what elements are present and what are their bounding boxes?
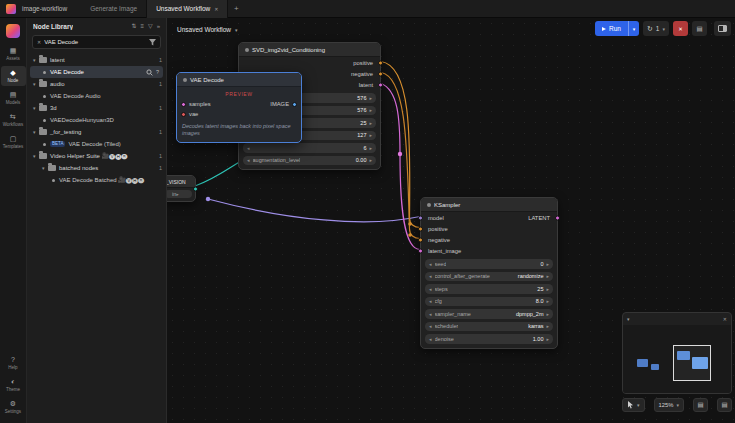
widget-sampler-name[interactable]: sampler_name dpmpp_2m <box>425 309 553 319</box>
sort-icon[interactable]: ⇅ <box>131 23 136 30</box>
port-model-input[interactable]: model LATENT <box>421 212 557 223</box>
sidebar-item-models[interactable]: ▤ Models <box>1 88 26 108</box>
tab-generate-image[interactable]: Generate Image <box>81 0 147 18</box>
search-input[interactable] <box>44 39 146 45</box>
node-header[interactable]: _VISION <box>167 176 195 188</box>
sidebar-item-help[interactable]: ? Help <box>1 353 26 373</box>
node-header[interactable]: SVD_img2vid_Conditioning <box>239 43 380 57</box>
assets-icon: ▦ <box>10 47 17 55</box>
count-badge: 1 <box>155 129 162 136</box>
node-header[interactable]: KSampler <box>421 198 557 212</box>
run-button[interactable]: Run <box>595 21 628 36</box>
tree-folder-batched-nodes[interactable]: batched nodes 1 <box>27 162 166 174</box>
collapse-panel-icon[interactable]: » <box>157 23 160 30</box>
tree-node-vaedecodehunyuan3d[interactable]: VAEDecodeHunyuan3D <box>27 114 166 126</box>
widget-denoise[interactable]: denoise 1.00 <box>425 334 553 344</box>
sidebar-item-node[interactable]: ◆ Node <box>1 66 26 86</box>
minimap-body[interactable] <box>623 325 731 393</box>
node-clip-vision-partial[interactable]: _VISION in <box>167 175 196 202</box>
node-bullet-icon <box>43 119 46 122</box>
widget-control-after-generate[interactable]: control_after_generate randomize <box>425 272 553 282</box>
filter-icon[interactable]: ▽ <box>148 23 153 30</box>
brand-logo-icon[interactable] <box>6 24 20 38</box>
count-badge: 1 <box>155 153 162 160</box>
tree-node-vae-decode-audio[interactable]: VAE Decode Audio <box>27 90 166 102</box>
port-dot[interactable] <box>555 215 560 220</box>
tab-unsaved-workflow[interactable]: Unsaved Workflow <box>147 0 228 18</box>
sidebar-item-workflows[interactable]: ⇆ Workflows <box>1 110 26 130</box>
port-positive-input[interactable]: positive <box>421 223 557 234</box>
tree-folder-3d[interactable]: 3d 1 <box>27 102 166 114</box>
widget-scheduler[interactable]: scheduler karras <box>425 322 553 332</box>
folder-icon <box>39 57 47 63</box>
reroute-dot-latent[interactable] <box>398 152 402 156</box>
port-latent-image-input[interactable]: latent_image <box>421 245 557 256</box>
tab-label: Generate Image <box>90 5 137 12</box>
widget-fps[interactable]: 6 <box>243 143 376 153</box>
wire-model <box>208 199 420 222</box>
chevron-down-icon <box>633 26 636 32</box>
count-badge: 1 <box>155 105 162 112</box>
port-dot[interactable] <box>418 215 423 220</box>
reroute-dot-positive[interactable] <box>408 222 412 226</box>
widget-augmentation-level[interactable]: augmentation_level 0.00 <box>243 156 376 166</box>
help-icon[interactable] <box>156 69 159 76</box>
new-tab-button[interactable]: + <box>228 0 244 18</box>
widget-steps[interactable]: steps 25 <box>425 284 553 294</box>
tree-node-vae-decode-tiled[interactable]: BETA VAE Decode (Tiled) <box>27 138 166 150</box>
sidebar-item-assets[interactable]: ▦ Assets <box>1 44 26 64</box>
zoom-level-button[interactable]: 125% <box>654 398 684 412</box>
wire-negative <box>381 73 420 239</box>
tree-folder-latent[interactable]: latent 1 <box>27 54 166 66</box>
port-dot[interactable] <box>378 71 383 76</box>
node-ksampler[interactable]: KSampler model LATENT positive negative … <box>420 197 558 349</box>
count-badge: 1 <box>155 81 162 88</box>
locate-icon[interactable] <box>146 69 153 76</box>
minimap[interactable] <box>622 312 732 394</box>
port-dot[interactable] <box>418 237 423 242</box>
history-icon <box>647 25 653 33</box>
popup-port-image: IMAGE <box>266 99 301 109</box>
widget-cfg[interactable]: cfg 8.0 <box>425 297 553 307</box>
port-positive-output[interactable]: positive <box>239 57 380 68</box>
sidebar-item-theme[interactable]: ◐ Theme <box>1 375 26 395</box>
search-filter-icon[interactable] <box>149 39 156 46</box>
run-options-button[interactable] <box>628 21 639 36</box>
port-negative-input[interactable]: negative <box>421 234 557 245</box>
widget-seed[interactable]: seed 0 <box>425 259 553 269</box>
port-dot[interactable] <box>418 248 423 253</box>
tree-folder-video-helper-suite[interactable]: Video Helper Suite 🎥🅥🅗🅢 1 <box>27 150 166 162</box>
stop-button[interactable] <box>673 21 688 36</box>
reroute-dot-model[interactable] <box>206 197 210 201</box>
docs-button[interactable] <box>717 398 732 412</box>
tree-node-vae-decode[interactable]: VAE Decode <box>30 66 163 78</box>
port-dot[interactable] <box>418 226 423 231</box>
tree-node-vae-decode-batched[interactable]: VAE Decode Batched 🎥🅥🅗🅢 <box>27 174 166 186</box>
tree-folder-audio[interactable]: audio 1 <box>27 78 166 90</box>
app-name: image-workflow <box>22 5 67 12</box>
collapse-dot-icon[interactable] <box>427 203 431 207</box>
graph-canvas[interactable]: Unsaved Workflow Run 1 <box>167 18 735 423</box>
select-tool-button[interactable] <box>622 398 645 412</box>
close-tab-icon[interactable] <box>214 6 218 12</box>
port-dot[interactable] <box>378 82 383 87</box>
reroute-dot-negative[interactable] <box>408 233 412 237</box>
collapse-dot-icon[interactable] <box>245 48 249 52</box>
port-dot[interactable] <box>193 186 195 188</box>
minimap-collapse-icon[interactable] <box>627 316 630 322</box>
sidebar-item-settings[interactable]: ⚙ Settings <box>1 397 26 417</box>
queue-list-button[interactable] <box>692 21 707 36</box>
queue-button[interactable]: 1 <box>643 21 669 36</box>
list-view-icon[interactable]: ≡ <box>141 23 145 30</box>
port-dot[interactable] <box>378 60 383 65</box>
theme-icon: ◐ <box>11 378 15 386</box>
fit-view-button[interactable] <box>693 398 708 412</box>
workflow-title-dropdown[interactable]: Unsaved Workflow <box>177 26 238 33</box>
gear-icon: ⚙ <box>10 400 16 408</box>
toggle-side-panel-button[interactable] <box>714 21 731 36</box>
widget-in[interactable]: in <box>167 190 192 198</box>
minimap-close-icon[interactable] <box>723 316 727 322</box>
tree-folder-for-testing[interactable]: _for_testing 1 <box>27 126 166 138</box>
sidebar-item-templates[interactable]: ▢ Templates <box>1 132 26 152</box>
clear-search-icon[interactable] <box>37 39 41 45</box>
